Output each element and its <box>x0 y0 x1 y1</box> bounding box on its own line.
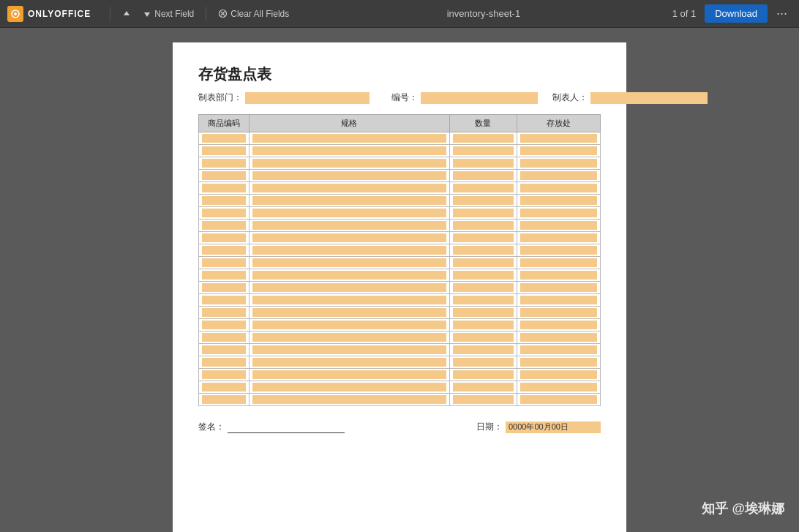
cell-spec-fill[interactable] <box>252 246 447 255</box>
cell-qty-fill[interactable] <box>453 258 514 267</box>
cell-code-fill[interactable] <box>202 233 246 242</box>
cell-qty-fill[interactable] <box>453 333 514 342</box>
cell-code-fill[interactable] <box>202 308 246 317</box>
download-button[interactable]: Download <box>705 4 768 23</box>
number-input[interactable] <box>421 92 538 104</box>
cell-storage-fill[interactable] <box>520 358 597 367</box>
cell-code-fill[interactable] <box>202 146 246 155</box>
cell-storage-fill[interactable] <box>520 271 597 280</box>
cell-spec-fill[interactable] <box>252 271 447 280</box>
cell-qty-fill[interactable] <box>453 308 514 317</box>
cell-storage-fill[interactable] <box>520 283 597 292</box>
cell-qty-fill[interactable] <box>453 296 514 304</box>
date-input[interactable]: 0000年00月00日 <box>506 422 601 433</box>
cell-spec-fill[interactable] <box>252 333 447 342</box>
cell-spec-fill[interactable] <box>252 321 447 329</box>
cell-spec-fill[interactable] <box>252 209 447 217</box>
cell-storage-fill[interactable] <box>520 134 597 143</box>
cell-spec-fill[interactable] <box>252 159 447 168</box>
cell-code-fill[interactable] <box>202 358 246 367</box>
cell-qty-fill[interactable] <box>453 159 514 168</box>
cell-storage-fill[interactable] <box>520 159 597 168</box>
cell-spec-fill[interactable] <box>252 184 447 192</box>
cell-code-fill[interactable] <box>202 345 246 354</box>
cell-qty-fill[interactable] <box>453 246 514 255</box>
cell-storage-fill[interactable] <box>520 246 597 255</box>
cell-spec-fill[interactable] <box>252 296 447 304</box>
cell-code-fill[interactable] <box>202 196 246 205</box>
cell-storage-fill[interactable] <box>520 146 597 155</box>
cell-spec-fill[interactable] <box>252 146 447 155</box>
cell-qty-fill[interactable] <box>453 134 514 143</box>
cell-code-fill[interactable] <box>202 333 246 342</box>
cell-storage-fill[interactable] <box>520 308 597 317</box>
cell-spec-fill[interactable] <box>252 283 447 292</box>
cell-storage-fill[interactable] <box>520 171 597 180</box>
cell-qty-fill[interactable] <box>453 395 514 404</box>
cell-qty-fill[interactable] <box>453 146 514 155</box>
cell-qty-fill[interactable] <box>453 184 514 192</box>
cell-code-fill[interactable] <box>202 321 246 329</box>
cell-spec-fill[interactable] <box>252 258 447 267</box>
cell-code-fill[interactable] <box>202 246 246 255</box>
more-options-button[interactable]: ··· <box>772 6 792 21</box>
cell-storage-fill[interactable] <box>520 296 597 304</box>
cell-storage-fill[interactable] <box>520 209 597 217</box>
cell-qty-fill[interactable] <box>453 196 514 205</box>
cell-qty-fill[interactable] <box>453 370 514 379</box>
cell-code-fill[interactable] <box>202 171 246 180</box>
cell-qty-fill[interactable] <box>453 345 514 354</box>
cell-spec-fill[interactable] <box>252 370 447 379</box>
prev-field-button[interactable] <box>116 0 137 28</box>
cell-storage-fill[interactable] <box>520 395 597 404</box>
cell-storage-fill[interactable] <box>520 370 597 379</box>
cell-storage-fill[interactable] <box>520 233 597 242</box>
cell-storage-fill[interactable] <box>520 184 597 192</box>
cell-code-fill[interactable] <box>202 370 246 379</box>
cell-qty-fill[interactable] <box>453 171 514 180</box>
cell-code-fill[interactable] <box>202 271 246 280</box>
signature-input[interactable] <box>228 422 345 433</box>
cell-spec-fill[interactable] <box>252 358 447 367</box>
cell-code-fill[interactable] <box>202 283 246 292</box>
cell-code-fill[interactable] <box>202 395 246 404</box>
cell-qty-fill[interactable] <box>453 358 514 367</box>
cell-spec-fill[interactable] <box>252 308 447 317</box>
cell-code-fill[interactable] <box>202 134 246 143</box>
cell-storage-fill[interactable] <box>520 333 597 342</box>
cell-storage-fill[interactable] <box>520 196 597 205</box>
clear-all-button[interactable]: Clear All Fields <box>212 0 295 28</box>
author-input[interactable] <box>590 92 708 104</box>
cell-spec-fill[interactable] <box>252 196 447 205</box>
cell-qty-fill[interactable] <box>453 321 514 329</box>
next-field-button[interactable]: Next Field <box>137 0 200 28</box>
cell-spec-fill[interactable] <box>252 395 447 404</box>
onlyoffice-icon <box>7 6 23 22</box>
cell-code-fill[interactable] <box>202 383 246 391</box>
cell-qty-fill[interactable] <box>453 271 514 280</box>
cell-code-fill[interactable] <box>202 296 246 304</box>
cell-storage-fill[interactable] <box>520 221 597 230</box>
cell-code-fill[interactable] <box>202 184 246 192</box>
cell-code-fill[interactable] <box>202 221 246 230</box>
cell-spec-fill[interactable] <box>252 233 447 242</box>
cell-spec-fill[interactable] <box>252 221 447 230</box>
cell-spec-fill[interactable] <box>252 134 447 143</box>
cell-storage-fill[interactable] <box>520 258 597 267</box>
cell-code-fill[interactable] <box>202 159 246 168</box>
cell-storage-fill[interactable] <box>520 321 597 329</box>
cell-spec-fill[interactable] <box>252 171 447 180</box>
cell-spec-fill[interactable] <box>252 383 447 391</box>
cell-qty-fill[interactable] <box>453 283 514 292</box>
cell-qty-fill[interactable] <box>453 233 514 242</box>
cell-qty-fill[interactable] <box>453 209 514 217</box>
cell-code-fill[interactable] <box>202 209 246 217</box>
cell-storage-fill[interactable] <box>520 383 597 391</box>
cell-spec-fill[interactable] <box>252 345 447 354</box>
cell-code-fill[interactable] <box>202 258 246 267</box>
cell-storage-fill[interactable] <box>520 345 597 354</box>
scroll-area[interactable]: 存货盘点表 制表部门： 编号： 制表人： 商品编码 规格 数量 <box>0 28 799 532</box>
department-input[interactable] <box>245 92 370 104</box>
cell-qty-fill[interactable] <box>453 383 514 391</box>
cell-qty-fill[interactable] <box>453 221 514 230</box>
